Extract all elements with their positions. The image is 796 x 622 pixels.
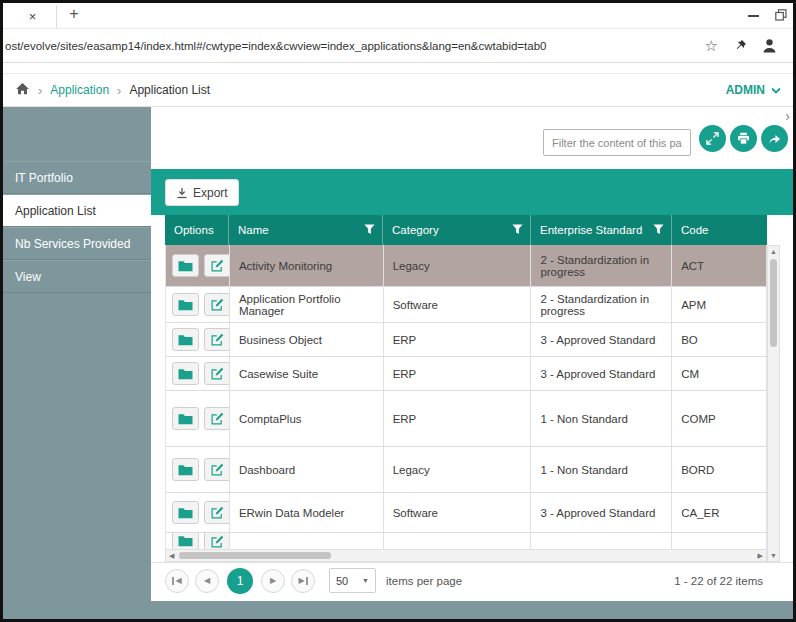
column-label: Category	[392, 224, 439, 236]
collapse-panel-icon[interactable]: ›	[785, 108, 790, 124]
column-header-name[interactable]: Name	[229, 215, 383, 245]
edit-button[interactable]	[204, 501, 230, 524]
row-options-cell	[166, 447, 230, 492]
new-tab-button[interactable]: +	[63, 5, 85, 23]
pagination-bar: ◀ ◀ 1 ▶ ▶ 50 ▼ items per page 1 - 22 of …	[151, 562, 793, 598]
breadcrumb: › Application › Application List ADMIN	[3, 73, 793, 107]
sidebar-item-application-list[interactable]: Application List	[3, 194, 151, 227]
open-folder-button[interactable]	[172, 362, 199, 385]
tab-close-icon[interactable]: ×	[29, 9, 37, 24]
table-row[interactable]: Dashboard Legacy 1 - Non Standard BORD	[166, 447, 767, 493]
table-row[interactable]: Business Object ERP 3 - Approved Standar…	[166, 323, 767, 357]
edit-button[interactable]	[204, 407, 230, 430]
table-row[interactable]: ERwin Data Modeler Software 3 - Approved…	[166, 493, 767, 533]
cell-standard: 2 - Standardization in progress	[531, 245, 672, 286]
page-size-select[interactable]: 50 ▼	[329, 568, 376, 593]
minimize-icon[interactable]	[748, 15, 759, 17]
browser-window: × + ost/evolve/sites/easamp14/index.html…	[0, 0, 796, 622]
table-row[interactable]: ComptaPlus ERP 1 - Non Standard COMP	[166, 391, 767, 447]
next-icon: ▶	[298, 576, 304, 585]
cell-code	[672, 533, 767, 549]
edit-icon	[211, 535, 224, 548]
edit-icon	[211, 463, 224, 476]
row-options-cell	[166, 533, 230, 549]
first-page-button[interactable]: ◀	[165, 569, 189, 593]
filter-icon[interactable]	[653, 224, 664, 235]
print-button[interactable]	[730, 125, 757, 152]
row-options-cell	[166, 391, 230, 446]
bookmark-star-icon[interactable]: ☆	[705, 37, 718, 55]
table-row[interactable]: Activity Monitoring Legacy 2 - Standardi…	[166, 245, 767, 287]
scroll-right-icon[interactable]: ▶	[758, 552, 763, 560]
fullscreen-button[interactable]	[699, 125, 726, 152]
open-folder-button[interactable]	[172, 293, 199, 316]
open-folder-button[interactable]	[172, 533, 199, 549]
scroll-left-icon[interactable]: ◀	[169, 552, 174, 560]
share-button[interactable]	[761, 125, 788, 152]
cell-code: ACT	[672, 245, 767, 286]
edit-button[interactable]	[204, 458, 230, 481]
cell-category: Legacy	[384, 245, 532, 286]
open-folder-button[interactable]	[172, 458, 199, 481]
last-page-button[interactable]: ▶	[291, 569, 315, 593]
cell-standard: 2 - Standardization in progress	[531, 287, 672, 322]
restore-icon[interactable]	[775, 7, 787, 25]
table-row[interactable]: Application Portfolio Manager Software 2…	[166, 287, 767, 323]
cell-category: Software	[384, 287, 532, 322]
row-options-cell	[166, 323, 230, 356]
vertical-scrollbar-thumb[interactable]	[770, 259, 777, 347]
prev-page-button[interactable]: ◀	[195, 569, 219, 593]
open-folder-button[interactable]	[172, 328, 199, 351]
browser-tab[interactable]: ×	[9, 5, 57, 28]
column-header-code[interactable]: Code	[672, 215, 767, 245]
column-header-enterprise-standard[interactable]: Enterprise Standard	[531, 215, 672, 245]
current-page-button[interactable]: 1	[227, 568, 253, 594]
folder-icon	[178, 464, 193, 476]
sidebar-item-it-portfolio[interactable]: IT Portfolio	[3, 161, 151, 194]
edit-button[interactable]	[204, 533, 230, 549]
cell-name: Casewise Suite	[230, 357, 384, 390]
open-folder-button[interactable]	[172, 254, 199, 277]
next-page-button[interactable]: ▶	[261, 569, 285, 593]
address-bar[interactable]: ost/evolve/sites/easamp14/index.html#/cw…	[5, 40, 696, 52]
horizontal-scrollbar-thumb[interactable]	[179, 552, 331, 559]
filter-icon[interactable]	[364, 224, 375, 235]
edit-button[interactable]	[204, 254, 230, 277]
scroll-down-icon[interactable]: ▼	[768, 552, 779, 559]
admin-user-menu[interactable]: ADMIN	[726, 83, 781, 97]
edit-icon	[211, 412, 224, 425]
row-options-cell	[166, 493, 230, 532]
open-folder-button[interactable]	[172, 407, 199, 430]
export-button[interactable]: Export	[165, 179, 239, 206]
table-row[interactable]: Casewise Suite ERP 3 - Approved Standard…	[166, 357, 767, 391]
table-row-partial[interactable]	[166, 533, 767, 549]
grid-toolbar-band: Export	[151, 169, 793, 215]
column-header-category[interactable]: Category	[383, 215, 531, 245]
edit-button[interactable]	[204, 328, 230, 351]
scroll-up-icon[interactable]: ▲	[768, 248, 779, 255]
cell-standard: 1 - Non Standard	[531, 447, 672, 492]
profile-icon[interactable]	[761, 37, 778, 54]
home-icon[interactable]	[15, 81, 30, 99]
edit-button[interactable]	[204, 362, 230, 385]
cell-name: ComptaPlus	[230, 391, 384, 446]
cell-code: CA_ER	[672, 493, 767, 532]
edit-icon	[211, 367, 224, 380]
extensions-pin-icon[interactable]	[734, 39, 747, 52]
edit-button[interactable]	[204, 293, 230, 316]
page-filter-input[interactable]	[543, 129, 691, 156]
breadcrumb-application[interactable]: Application	[50, 83, 109, 97]
cell-standard	[531, 533, 672, 549]
first-page-bar	[172, 577, 174, 585]
horizontal-scrollbar[interactable]: ◀ ▶	[165, 549, 767, 562]
vertical-scrollbar[interactable]: ▲ ▼	[767, 245, 780, 562]
sidebar-item-view[interactable]: View	[3, 260, 151, 293]
open-folder-button[interactable]	[172, 501, 199, 524]
cell-category: ERP	[384, 323, 532, 356]
filter-icon[interactable]	[512, 224, 523, 235]
edit-icon	[211, 333, 224, 346]
row-options-cell	[166, 287, 230, 322]
sidebar-item-nb-services-provided[interactable]: Nb Services Provided	[3, 227, 151, 260]
cell-name: Business Object	[230, 323, 384, 356]
cell-code: BO	[672, 323, 767, 356]
